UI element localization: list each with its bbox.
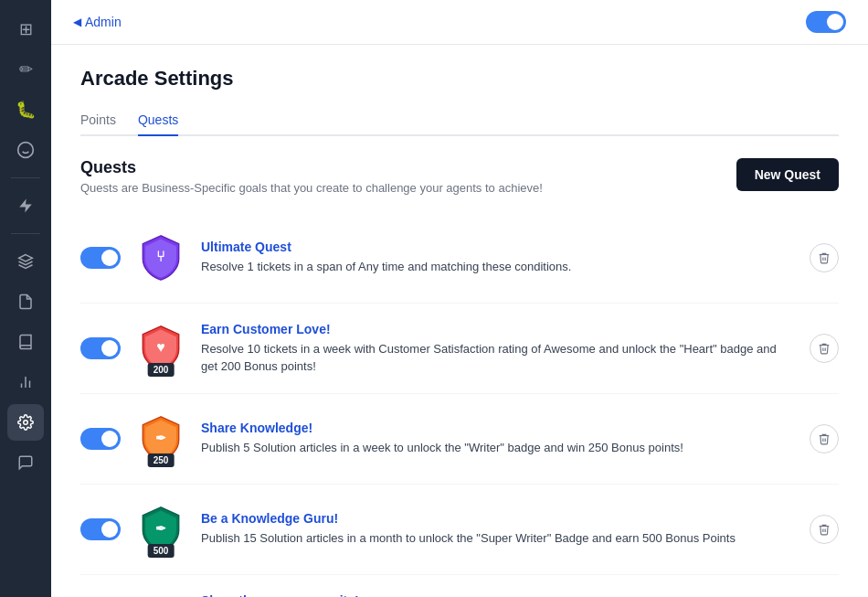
back-label: Admin <box>85 15 122 29</box>
quest-name-1: Ultimate Quest <box>201 240 795 254</box>
quest-delete-3[interactable] <box>810 424 839 453</box>
edit-icon[interactable]: ✏ <box>7 51 44 88</box>
quest-delete-1[interactable] <box>810 243 839 272</box>
quest-delete-4[interactable] <box>810 515 839 544</box>
quest-toggle-4[interactable]: ✓ <box>80 518 121 540</box>
quest-badge-5: 📖 500 <box>135 592 186 597</box>
quest-toggle-2[interactable]: ✓ <box>80 337 121 359</box>
tab-quests[interactable]: Quests <box>138 105 178 136</box>
svg-marker-2 <box>19 199 32 213</box>
quest-info-1: Ultimate Quest Resolve 1 tickets in a sp… <box>201 240 795 276</box>
quest-info-2: Earn Customer Love! Resolve 10 tickets i… <box>201 322 795 376</box>
quest-desc-2: Resolve 10 tickets in a week with Custom… <box>201 340 795 376</box>
quest-badge-1: ⑂ <box>135 229 186 286</box>
book-icon[interactable] <box>7 324 44 360</box>
page-title: Arcade Settings <box>80 67 839 91</box>
quest-item: ✓ ♥ 200 Earn Customer Love! Resolve 10 t… <box>80 304 839 394</box>
lightning-icon[interactable] <box>7 187 44 224</box>
new-quest-button[interactable]: New Quest <box>736 158 839 191</box>
quest-desc-3: Publish 5 Solution articles in a week to… <box>201 439 795 457</box>
home-icon[interactable]: ⊞ <box>7 11 44 48</box>
settings-icon[interactable] <box>7 404 44 441</box>
quest-item: ✓ 📖 500 Show them you can write! Publish… <box>80 575 839 597</box>
points-badge-2: 200 <box>148 363 175 377</box>
quest-name-4: Be a Knowledge Guru! <box>201 511 795 526</box>
svg-text:✒: ✒ <box>155 521 166 536</box>
quest-item: ✓ ⑂ Ultimate Quest Resolve 1 tickets in … <box>80 213 839 304</box>
quest-badge-2: ♥ 200 <box>135 320 186 377</box>
quest-delete-2[interactable] <box>810 334 839 363</box>
svg-text:✒: ✒ <box>155 431 166 445</box>
section-title-block: Quests Quests are Business-Specific goal… <box>80 158 543 195</box>
quest-name-5: Show them you can write! <box>201 593 795 598</box>
quest-badge-4: ✒ 500 <box>135 501 186 558</box>
chat-icon[interactable] <box>7 444 44 481</box>
divider-1 <box>11 177 40 178</box>
back-link[interactable]: ◀ Admin <box>73 15 122 29</box>
tab-bar: Points Quests <box>80 105 839 136</box>
document-icon[interactable] <box>7 283 44 320</box>
svg-marker-3 <box>19 255 33 262</box>
quest-toggle-3[interactable]: ✓ <box>80 428 121 450</box>
quest-badge-3: ✒ 250 <box>135 410 186 467</box>
section-header: Quests Quests are Business-Specific goal… <box>80 158 839 195</box>
quest-info-4: Be a Knowledge Guru! Publish 15 Solution… <box>201 511 795 548</box>
quest-info-5: Show them you can write! Publish 10 solu… <box>201 593 795 598</box>
layers-icon[interactable] <box>7 243 44 280</box>
quest-toggle-1[interactable]: ✓ <box>80 247 121 269</box>
quest-item: ✓ ✒ 250 Share Knowledge! Publish 5 Solut… <box>80 394 839 485</box>
back-arrow-icon: ◀ <box>73 16 81 28</box>
tab-points[interactable]: Points <box>80 105 116 136</box>
section-subtitle: Quests are Business-Specific goals that … <box>80 181 543 195</box>
quest-name-3: Share Knowledge! <box>201 421 795 435</box>
points-badge-3: 250 <box>148 453 175 467</box>
svg-point-7 <box>24 421 28 425</box>
svg-text:♥: ♥ <box>156 338 165 355</box>
main-content: ◀ Admin ✓ Arcade Settings Points Quests … <box>51 0 868 597</box>
points-badge-4: 500 <box>148 544 175 558</box>
quest-info-3: Share Knowledge! Publish 5 Solution arti… <box>201 421 795 457</box>
quest-item: ✓ ✒ 500 Be a Knowledge Guru! Publish 15 … <box>80 485 839 575</box>
quest-desc-4: Publish 15 Solution articles in a month … <box>201 529 795 548</box>
section-title: Quests <box>80 158 543 177</box>
sidebar: ⊞ ✏ 🐛 <box>0 0 51 597</box>
arcade-toggle[interactable]: ✓ <box>806 11 846 33</box>
chart-icon[interactable] <box>7 364 44 400</box>
quest-name-2: Earn Customer Love! <box>201 322 795 336</box>
mask-icon[interactable] <box>7 132 44 168</box>
quest-list: ✓ ⑂ Ultimate Quest Resolve 1 tickets in … <box>80 213 839 597</box>
quest-desc-1: Resolve 1 tickets in a span of Any time … <box>201 258 795 276</box>
bug-icon[interactable]: 🐛 <box>7 91 44 128</box>
svg-text:⑂: ⑂ <box>156 248 165 264</box>
topbar: ◀ Admin ✓ <box>51 0 868 45</box>
content-area: Arcade Settings Points Quests Quests Que… <box>51 45 868 597</box>
divider-2 <box>11 233 40 234</box>
